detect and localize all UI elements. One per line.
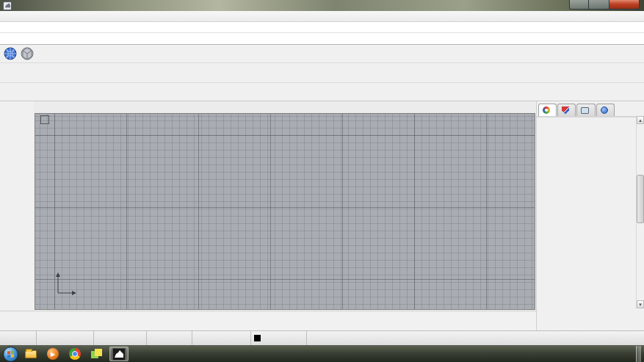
start-button[interactable] (3, 347, 18, 362)
y-coordinate-cell (94, 331, 147, 345)
rhino-application-window: ▲ ▼ ▶ (0, 0, 644, 362)
scroll-thumb[interactable] (637, 175, 644, 223)
viewport-drawing (35, 114, 535, 309)
tspline-mesh-sphere-icon[interactable] (20, 46, 35, 61)
properties-panel: ▲ ▼ (536, 101, 644, 330)
explorer-icon[interactable] (21, 347, 40, 361)
property-grid (537, 116, 636, 117)
scroll-up-icon[interactable]: ▲ (637, 116, 644, 124)
properties-icon (543, 106, 550, 114)
panel-scrollbar[interactable]: ▲ ▼ (636, 116, 644, 308)
scroll-down-icon[interactable]: ▼ (637, 300, 644, 308)
tab-properties[interactable] (538, 104, 557, 116)
units-cell[interactable] (192, 331, 251, 345)
z-coordinate-cell (147, 331, 192, 345)
rhino-app-icon[interactable] (109, 347, 129, 361)
layer-cell[interactable] (251, 331, 307, 345)
show-desktop-button[interactable] (636, 346, 641, 362)
viewport-title-menu[interactable] (38, 115, 49, 124)
minimize-button[interactable] (569, 0, 589, 10)
tab-help[interactable] (596, 104, 615, 116)
rhino-window-icon[interactable] (3, 1, 12, 10)
layer-color-swatch (254, 335, 261, 341)
maximize-button[interactable] (589, 0, 609, 10)
tspline-primary-toolbar (0, 45, 644, 63)
tool-sidebar (0, 101, 34, 330)
tab-layers[interactable] (557, 104, 576, 116)
tab-display[interactable] (576, 104, 596, 116)
sticky-notes-icon[interactable] (87, 347, 106, 361)
viewport-canvas[interactable] (35, 113, 535, 310)
layers-icon (562, 106, 569, 115)
cplane-cell[interactable] (0, 331, 37, 345)
command-prompt-input[interactable] (0, 33, 644, 45)
osnap-bar (0, 311, 536, 330)
main-area: ▲ ▼ (0, 101, 644, 330)
title-bar (0, 0, 644, 11)
menu-bar (0, 11, 644, 22)
panel-tabs (537, 101, 644, 116)
viewport-area (34, 101, 536, 311)
mode-toolbar (0, 83, 644, 101)
media-player-icon[interactable]: ▶ (43, 347, 62, 361)
x-coordinate-cell (37, 331, 94, 345)
windows-flag-icon (7, 350, 14, 358)
close-button[interactable] (609, 0, 640, 10)
command-history (0, 22, 644, 33)
windows-taskbar: ▶ (0, 345, 644, 362)
help-icon (601, 106, 608, 114)
status-bar (0, 330, 644, 345)
tspline-sphere-icon[interactable] (3, 46, 18, 61)
viewport-title-dropdown-icon[interactable] (40, 115, 49, 124)
viewport-tabs (34, 101, 536, 113)
display-icon (581, 107, 589, 114)
chrome-icon[interactable] (65, 347, 84, 361)
tspline-tools-toolbar (0, 63, 644, 83)
cplane-axis-indicator (56, 272, 76, 295)
